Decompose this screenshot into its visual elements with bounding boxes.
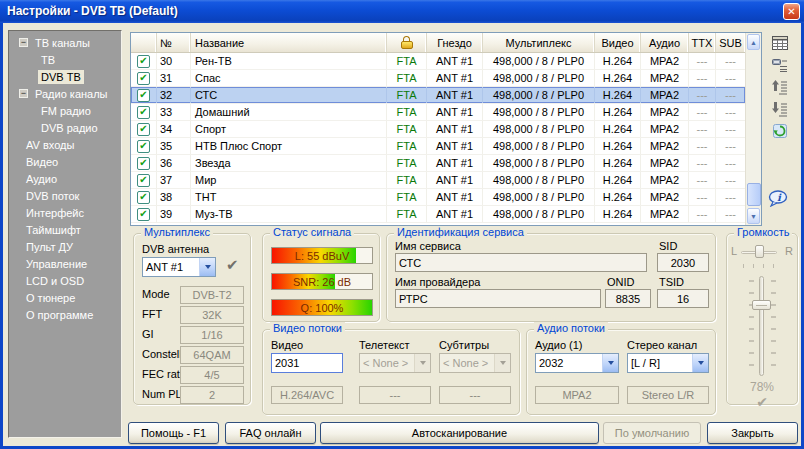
sidebar-item[interactable]: − О программе	[9, 306, 121, 323]
provider-field[interactable]: РТРС	[395, 289, 601, 308]
channel-socket: ANT #1	[427, 206, 483, 222]
channel-info-button[interactable]: i	[768, 188, 788, 208]
sidebar-item[interactable]: − Видео	[9, 153, 121, 170]
channel-socket: ANT #1	[427, 53, 483, 69]
sidebar-item[interactable]: − Пульт ДУ	[9, 238, 121, 255]
sidebar-item[interactable]: − Управление	[9, 255, 121, 272]
sidebar-item[interactable]: − AV входы	[9, 136, 121, 153]
help-button[interactable]: Помощь - F1	[128, 422, 219, 444]
channel-name: НТВ Плюс Спорт	[191, 138, 387, 154]
channel-row[interactable]: 36 Звезда FTA ANT #1 498,000 / 8 / PLP0 …	[131, 155, 745, 172]
header-audio[interactable]: Аудио	[641, 33, 689, 52]
volume-slider-track[interactable]	[759, 276, 764, 376]
remove-channel-button[interactable]	[770, 55, 790, 75]
channel-checkbox[interactable]	[137, 208, 150, 221]
channel-checkbox[interactable]	[137, 89, 150, 102]
header-name[interactable]: Название	[191, 33, 387, 52]
sidebar-item-label: Управление	[23, 257, 90, 271]
sidebar-item[interactable]: − FM радио	[9, 102, 121, 119]
volume-ticks-left	[749, 280, 754, 374]
channel-row[interactable]: 31 Спас FTA ANT #1 498,000 / 8 / PLP0 H.…	[131, 70, 745, 87]
channel-checkbox[interactable]	[137, 140, 150, 153]
param-label: GI	[142, 328, 154, 340]
teletext-select[interactable]: < None >	[359, 353, 431, 373]
sidebar-item[interactable]: − Радио каналы	[9, 85, 121, 102]
volume-slider-thumb[interactable]	[752, 300, 771, 310]
title-bar[interactable]: Настройки - DVB ТВ (Default) ✕	[0, 0, 804, 23]
sidebar-item[interactable]: − Аудио	[9, 170, 121, 187]
channel-audio-codec: MPA2	[641, 53, 689, 69]
rescan-button[interactable]	[770, 121, 790, 141]
move-channel-up-button[interactable]	[770, 77, 790, 97]
channel-checkbox[interactable]	[137, 106, 150, 119]
channel-access: FTA	[387, 138, 427, 154]
audio-dropdown-button[interactable]	[602, 354, 618, 372]
channel-row[interactable]: 37 Мир FTA ANT #1 498,000 / 8 / PLP0 H.2…	[131, 172, 745, 189]
move-channel-down-button[interactable]	[770, 99, 790, 119]
stereo-channel-select[interactable]: [L / R]	[627, 353, 709, 373]
sidebar-item[interactable]: − Интерфейс	[9, 204, 121, 221]
channel-row[interactable]: 39 Муз-ТВ FTA ANT #1 498,000 / 8 / PLP0 …	[131, 206, 745, 223]
sidebar-item-label: ТВ каналы	[32, 36, 93, 50]
balance-slider-thumb[interactable]	[755, 245, 764, 258]
sidebar-item[interactable]: − ТВ	[9, 51, 121, 68]
channel-checkbox[interactable]	[137, 123, 150, 136]
sidebar-item[interactable]: − DVB поток	[9, 187, 121, 204]
channel-row[interactable]: 30 Рен-ТВ FTA ANT #1 498,000 / 8 / PLP0 …	[131, 53, 745, 70]
channel-row[interactable]: 38 ТНТ FTA ANT #1 498,000 / 8 / PLP0 H.2…	[131, 189, 745, 206]
channel-row[interactable]: 32 СТС FTA ANT #1 498,000 / 8 / PLP0 H.2…	[131, 87, 745, 104]
header-multiplex[interactable]: Мультиплекс	[483, 33, 595, 52]
header-video[interactable]: Видео	[595, 33, 641, 52]
channel-row[interactable]: 34 Спорт FTA ANT #1 498,000 / 8 / PLP0 H…	[131, 121, 745, 138]
antenna-dropdown-button[interactable]	[199, 258, 215, 276]
sidebar-item[interactable]: − DVB ТВ	[9, 68, 121, 85]
autoscan-button[interactable]: Автосканирование	[320, 422, 599, 444]
tree-collapse-icon[interactable]: −	[19, 38, 28, 47]
channel-audio-codec: MPA2	[641, 206, 689, 222]
channel-checkbox[interactable]	[137, 174, 150, 187]
lock-icon	[401, 36, 413, 49]
sidebar-item[interactable]: − Таймшифт	[9, 221, 121, 238]
sidebar-item-label: Интерфейс	[23, 206, 87, 220]
scroll-down-icon[interactable]: ▼	[747, 208, 760, 224]
settings-window: Настройки - DVB ТВ (Default) ✕ − ТВ кана…	[0, 0, 804, 449]
subtitles-select[interactable]: < None >	[439, 353, 511, 373]
header-num[interactable]: №	[157, 33, 191, 52]
sidebar-item[interactable]: − О тюнере	[9, 289, 121, 306]
channel-row[interactable]: 35 НТВ Плюс Спорт FTA ANT #1 498,000 / 8…	[131, 138, 745, 155]
channel-ttx: ---	[689, 87, 716, 103]
close-dialog-button[interactable]: Закрыть	[707, 422, 798, 444]
header-ttx[interactable]: TTX	[689, 33, 716, 52]
antenna-select[interactable]: ANT #1	[142, 257, 216, 277]
apply-volume-check-icon[interactable]: ✔	[727, 394, 797, 410]
scroll-up-icon[interactable]: ▲	[747, 34, 760, 50]
sidebar-item[interactable]: − DVB радио	[9, 119, 121, 136]
video-pid-input[interactable]: 2031	[271, 353, 343, 373]
channel-checkbox[interactable]	[137, 157, 150, 170]
faq-button[interactable]: FAQ онлайн	[225, 422, 316, 444]
channel-row[interactable]: 33 Домашний FTA ANT #1 498,000 / 8 / PLP…	[131, 104, 745, 121]
channel-access: FTA	[387, 189, 427, 205]
header-sub[interactable]: SUB	[716, 33, 745, 52]
sidebar-item[interactable]: − ТВ каналы	[9, 34, 121, 51]
header-socket[interactable]: Гнездо	[427, 33, 483, 52]
header-checkbox-col[interactable]	[131, 33, 157, 52]
sidebar-item[interactable]: − LCD и OSD	[9, 272, 121, 289]
channel-checkbox[interactable]	[137, 72, 150, 85]
stereo-dropdown-button[interactable]	[692, 354, 708, 372]
channel-name: ТНТ	[191, 189, 387, 205]
audio-group-title: Аудио потоки	[534, 322, 608, 334]
channel-checkbox[interactable]	[137, 191, 150, 204]
channel-list-button[interactable]	[770, 33, 790, 53]
apply-antenna-check-icon[interactable]: ✔	[226, 256, 239, 274]
info-icon: i	[768, 190, 788, 207]
scrollbar-thumb[interactable]	[747, 183, 761, 206]
header-access[interactable]	[387, 33, 427, 52]
close-button[interactable]: ✕	[783, 3, 800, 20]
tree-collapse-icon[interactable]: −	[19, 89, 28, 98]
table-scrollbar[interactable]: ▲ ▼	[745, 33, 761, 225]
channel-checkbox[interactable]	[137, 55, 150, 68]
service-name-field[interactable]: СТС	[395, 253, 647, 272]
audio-pid-select[interactable]: 2032	[535, 353, 619, 373]
move-up-icon	[772, 80, 788, 95]
